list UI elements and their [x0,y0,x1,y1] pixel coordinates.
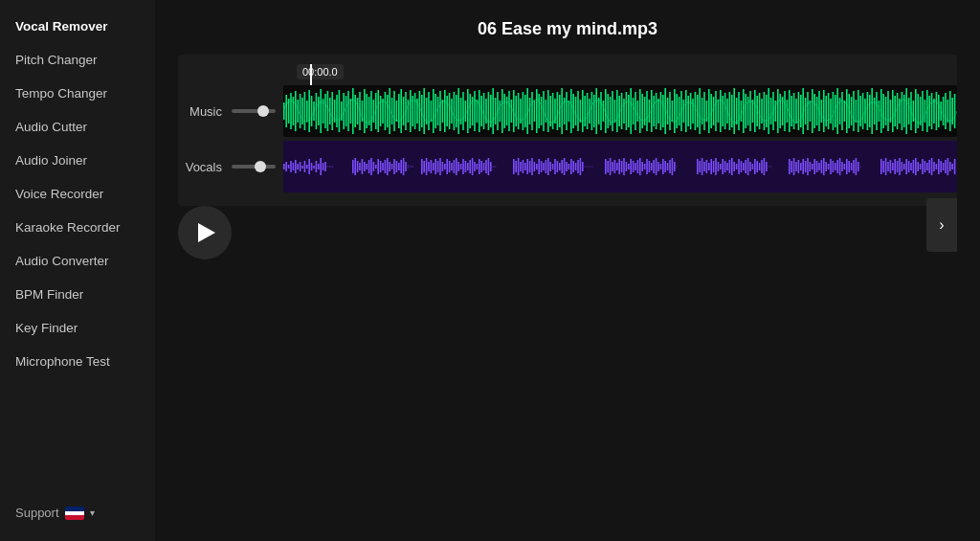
svg-rect-221 [789,90,791,132]
svg-rect-81 [467,89,469,133]
svg-rect-254 [864,99,866,124]
svg-rect-298 [290,161,292,172]
music-volume-slider[interactable] [232,109,276,113]
sidebar-item-vocal-remover[interactable]: Vocal Remover [0,10,155,43]
svg-rect-381 [523,160,524,173]
svg-rect-20 [327,91,329,131]
sidebar-item-bpm-finder[interactable]: BPM Finder [0,278,155,311]
svg-rect-235 [821,100,823,123]
sidebar-item-audio-cutter[interactable]: Audio Cutter [0,110,155,144]
svg-rect-351 [437,161,439,172]
svg-rect-523 [913,160,915,173]
svg-rect-70 [442,100,444,123]
svg-rect-472 [761,160,763,173]
sidebar-item-tempo-changer[interactable]: Tempo Changer [0,77,155,110]
svg-rect-183 [702,98,703,124]
svg-rect-291 [949,91,951,131]
svg-rect-244 [841,92,843,130]
svg-rect-403 [572,161,574,172]
svg-rect-415 [612,162,613,171]
svg-rect-398 [561,160,563,173]
svg-rect-281 [926,90,928,132]
svg-rect-262 [882,94,884,128]
svg-rect-44 [382,99,384,124]
svg-rect-536 [943,163,945,170]
svg-rect-370 [480,161,482,172]
svg-rect-304 [304,161,306,172]
sidebar-item-audio-joiner[interactable]: Audio Joiner [0,144,155,177]
sidebar-item-audio-converter[interactable]: Audio Converter [0,244,155,278]
svg-rect-173 [679,97,680,125]
svg-rect-375 [492,166,494,168]
svg-rect-395 [554,159,556,174]
svg-rect-14 [313,101,315,121]
svg-rect-243 [839,98,841,124]
sidebar-item-key-finder[interactable]: Key Finder [0,311,155,345]
svg-rect-371 [483,163,485,170]
svg-rect-232 [813,94,815,128]
svg-rect-97 [503,94,505,128]
svg-rect-518 [902,162,903,171]
svg-rect-278 [920,97,922,125]
svg-rect-18 [323,99,324,124]
svg-rect-45 [385,92,387,130]
svg-rect-384 [529,161,531,172]
right-side-button[interactable]: › [926,198,957,252]
svg-rect-26 [341,101,343,121]
right-button-icon: › [939,216,944,234]
svg-rect-376 [495,166,497,168]
sidebar-item-karaoke-recorder[interactable]: Karaoke Recorder [0,211,155,244]
support-footer[interactable]: Support ▾ [0,494,155,531]
svg-rect-28 [345,96,347,126]
svg-rect-306 [308,159,310,174]
svg-rect-99 [508,91,510,131]
svg-rect-344 [421,159,423,174]
language-dropdown-arrow[interactable]: ▾ [90,507,95,518]
sidebar: Vocal RemoverPitch ChangerTempo ChangerA… [0,0,155,541]
svg-rect-448 [706,160,708,173]
sidebar-item-voice-recorder[interactable]: Voice Recorder [0,177,155,211]
svg-rect-111 [536,89,538,133]
vocals-volume-slider[interactable] [232,165,276,169]
svg-rect-191 [720,90,722,132]
svg-rect-129 [577,91,579,131]
music-waveform [283,85,957,137]
svg-rect-275 [913,101,915,122]
sidebar-item-microphone-test[interactable]: Microphone Test [0,345,155,378]
svg-rect-538 [947,158,949,175]
svg-rect-507 [858,162,859,171]
svg-rect-55 [408,100,410,123]
svg-rect-330 [382,163,384,170]
svg-rect-477 [789,159,791,174]
svg-rect-374 [490,162,492,171]
svg-rect-418 [618,159,620,174]
svg-rect-305 [306,165,308,169]
svg-rect-444 [697,159,699,174]
svg-rect-411 [591,166,593,168]
svg-rect-40 [373,100,375,123]
svg-rect-389 [541,161,543,172]
svg-rect-197 [733,88,735,134]
svg-rect-12 [308,90,310,132]
svg-rect-357 [451,163,453,170]
music-volume-control [232,109,279,113]
svg-rect-147 [618,96,620,126]
svg-rect-213 [770,98,772,124]
play-button[interactable] [178,206,232,259]
svg-rect-251 [858,90,859,132]
sidebar-item-pitch-changer[interactable]: Pitch Changer [0,43,155,77]
svg-rect-303 [301,166,303,169]
svg-rect-37 [366,94,368,128]
svg-rect-313 [324,162,326,171]
svg-rect-212 [768,88,769,134]
svg-rect-504 [851,163,853,170]
svg-rect-130 [580,100,582,123]
svg-rect-38 [368,97,370,125]
svg-rect-494 [828,164,830,169]
svg-rect-121 [559,95,561,127]
svg-rect-242 [836,88,838,134]
svg-rect-249 [853,91,855,131]
svg-rect-240 [833,92,835,130]
svg-rect-252 [859,96,861,126]
playhead-line [310,64,312,85]
